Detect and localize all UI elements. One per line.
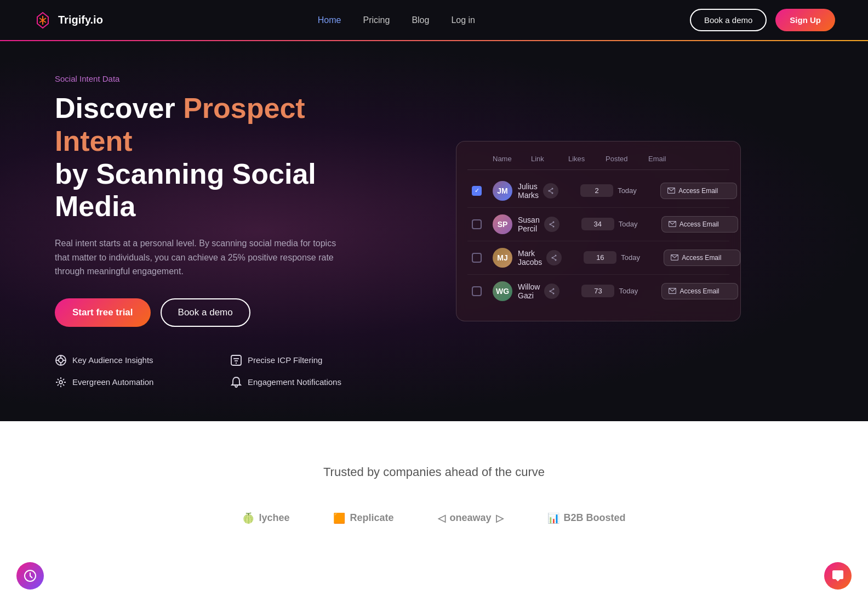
company-logo-b2b: 📊 B2B Boosted — [547, 512, 626, 524]
book-demo-hero-button[interactable]: Book a demo — [161, 298, 250, 327]
feature-automation-label: Evergreen Automation — [72, 377, 153, 387]
email-icon-2 — [671, 254, 678, 260]
person-name-1: Susan Percil — [518, 216, 540, 233]
nav-home[interactable]: Home — [318, 15, 341, 25]
nav-buttons: Book a demo Sign Up — [690, 9, 835, 31]
svg-line-26 — [553, 256, 555, 257]
svg-line-33 — [551, 292, 553, 293]
hero-title-plain: Discover — [55, 92, 183, 124]
company-logo-oneaway: ◁ oneaway ▷ — [438, 512, 504, 524]
row-checkbox-3[interactable] — [472, 286, 482, 296]
likes-0: 2 — [580, 184, 613, 197]
row-checkbox-0[interactable] — [472, 186, 482, 196]
nav-pricing[interactable]: Pricing — [363, 15, 390, 25]
prospects-table-card: Name Link Likes Posted Email JM Julius M… — [456, 141, 741, 321]
notification-icon — [230, 376, 242, 388]
table-row: MJ Mark Jacobs 16 Today Access Email — [467, 241, 729, 275]
sign-up-button[interactable]: Sign Up — [775, 9, 835, 31]
col-name: Name — [493, 155, 527, 163]
share-btn-3[interactable] — [544, 284, 559, 299]
svg-point-24 — [552, 257, 553, 258]
person-name-2: Mark Jacobs — [518, 249, 542, 267]
logo-area: Trigify.io — [33, 10, 103, 30]
access-email-btn-3[interactable]: Access Email — [661, 283, 738, 299]
svg-point-23 — [555, 254, 557, 256]
col-posted: Posted — [606, 155, 644, 163]
audience-icon — [55, 354, 67, 366]
likes-3: 73 — [581, 285, 614, 297]
svg-point-10 — [59, 381, 62, 384]
avatar-3: WG — [493, 281, 512, 301]
company-logos: 🍈 lychee 🟧 Replicate ◁ oneaway ▷ 📊 B2B B… — [33, 512, 835, 524]
person-cell-3: WG Willow Gazi — [493, 281, 540, 301]
svg-point-25 — [555, 259, 557, 260]
table-row: SP Susan Percil 34 Today Access Email — [467, 208, 729, 241]
svg-line-14 — [550, 189, 551, 190]
automation-icon — [55, 376, 67, 388]
start-trial-button[interactable]: Start free trial — [55, 298, 151, 327]
svg-point-31 — [553, 292, 555, 294]
posted-1: Today — [619, 220, 657, 228]
avatar-2: MJ — [493, 248, 512, 268]
hero-description: Real intent starts at a personal level. … — [55, 236, 340, 279]
email-icon-1 — [669, 221, 676, 227]
feature-filter-label: Precise ICP Filtering — [248, 355, 322, 365]
access-email-btn-1[interactable]: Access Email — [661, 216, 738, 233]
svg-point-19 — [552, 225, 554, 227]
navbar: Trigify.io Home Pricing Blog Log in Book… — [0, 0, 868, 41]
person-name-3: Willow Gazi — [518, 282, 540, 300]
svg-point-18 — [549, 223, 551, 225]
share-btn-0[interactable] — [543, 183, 558, 199]
col-email: Email — [648, 155, 725, 163]
access-email-btn-0[interactable]: Access Email — [660, 183, 737, 199]
col-likes: Likes — [568, 155, 601, 163]
svg-point-11 — [552, 188, 553, 189]
feature-automation: Evergreen Automation — [55, 376, 208, 388]
posted-2: Today — [621, 253, 659, 262]
company-logo-lychee: 🍈 lychee — [242, 512, 289, 524]
hero-section: Social Intent Data Discover Prospect Int… — [0, 41, 868, 421]
nav-login[interactable]: Log in — [451, 15, 475, 25]
filter-icon — [230, 354, 242, 366]
person-cell-2: MJ Mark Jacobs — [493, 248, 542, 268]
hero-title-rest: by Scanning Social Media — [55, 158, 316, 223]
trusted-title: Trusted by companies ahead of the curve — [33, 465, 835, 479]
posted-0: Today — [618, 186, 656, 195]
likes-1: 34 — [581, 218, 614, 230]
row-checkbox-2[interactable] — [472, 253, 482, 263]
svg-point-17 — [552, 221, 554, 223]
svg-line-21 — [551, 225, 552, 226]
access-email-btn-2[interactable]: Access Email — [664, 250, 740, 266]
feature-audience: Key Audience Insights — [55, 354, 208, 366]
svg-point-1 — [59, 358, 63, 363]
share-btn-2[interactable] — [546, 250, 562, 265]
nav-blog[interactable]: Blog — [412, 15, 429, 25]
svg-point-29 — [553, 288, 555, 290]
feature-notification: Engagement Notifications — [230, 376, 384, 388]
svg-line-20 — [551, 223, 552, 224]
svg-line-15 — [550, 191, 551, 192]
hero-features: Key Audience Insights Precise ICP Filter… — [55, 354, 384, 388]
hero-cta: Start free trial Book a demo — [55, 298, 384, 327]
svg-line-27 — [553, 258, 555, 259]
feature-notification-label: Engagement Notifications — [248, 377, 341, 387]
table-header: Name Link Likes Posted Email — [467, 155, 729, 170]
svg-point-30 — [550, 290, 551, 292]
logo-icon — [33, 10, 53, 30]
email-icon-0 — [667, 188, 675, 194]
posted-3: Today — [619, 287, 657, 295]
col-link: Link — [531, 155, 564, 163]
feature-filter: Precise ICP Filtering — [230, 354, 384, 366]
share-btn-1[interactable] — [544, 217, 559, 232]
table-row: WG Willow Gazi 73 Today Access Email — [467, 275, 729, 308]
svg-point-12 — [549, 190, 550, 191]
nav-links: Home Pricing Blog Log in — [318, 15, 475, 25]
row-checkbox-1[interactable] — [472, 219, 482, 229]
email-icon-3 — [669, 288, 676, 294]
avatar-1: SP — [493, 214, 512, 234]
book-demo-button[interactable]: Book a demo — [690, 9, 767, 31]
svg-line-32 — [551, 290, 553, 291]
hero-right: Name Link Likes Posted Email JM Julius M… — [384, 141, 813, 321]
person-cell-1: SP Susan Percil — [493, 214, 540, 234]
person-cell-0: JM Julius Marks — [493, 181, 539, 201]
